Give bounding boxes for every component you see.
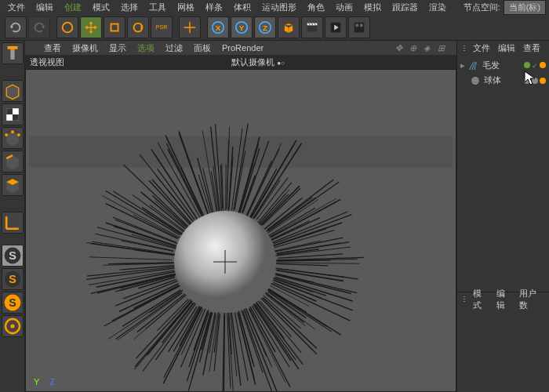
view-label: 透视视图 — [30, 56, 64, 68]
menu-select[interactable]: 选择 — [116, 0, 143, 15]
point-mode[interactable] — [2, 127, 24, 149]
cube-primitive[interactable] — [278, 16, 300, 38]
nodespace-area: 节点空间: 当前(标) — [460, 0, 549, 14]
edge-mode[interactable] — [2, 151, 24, 172]
nodespace-dropdown[interactable]: 当前(标) — [504, 0, 546, 15]
scale-tool[interactable] — [104, 16, 125, 38]
menu-tools[interactable]: 工具 — [144, 0, 171, 15]
vp-menu-view[interactable]: 查看 — [39, 41, 66, 56]
menu-spline[interactable]: 样条 — [201, 0, 227, 15]
menu-file[interactable]: 文件 — [3, 0, 30, 15]
svg-rect-15 — [10, 49, 14, 60]
tag-dot[interactable] — [540, 78, 546, 84]
play-button[interactable] — [325, 16, 347, 38]
attribute-area — [457, 306, 549, 392]
vp-menu-options[interactable]: 选项 — [133, 41, 159, 56]
clapboard-icon[interactable] — [301, 16, 323, 38]
vp-menu-display[interactable]: 显示 — [104, 41, 131, 56]
menu-create[interactable]: 创建 — [60, 0, 86, 15]
model-mode[interactable] — [2, 42, 24, 64]
svg-text:S: S — [9, 249, 16, 262]
svg-point-335 — [471, 77, 479, 85]
svg-line-197 — [226, 165, 227, 211]
svg-point-2 — [134, 23, 143, 31]
visibility-dot[interactable] — [524, 78, 530, 84]
scene-render — [26, 70, 456, 391]
check-icon[interactable]: ✓ — [532, 62, 538, 70]
svg-point-21 — [17, 133, 20, 136]
svg-rect-1 — [111, 24, 118, 31]
svg-rect-17 — [6, 108, 13, 114]
select-tool[interactable] — [56, 16, 78, 38]
texture-mode[interactable] — [2, 103, 24, 125]
vp-nav-icon2[interactable]: ⊕ — [409, 43, 419, 53]
menu-character[interactable]: 角色 — [303, 0, 329, 15]
undo-button[interactable] — [5, 16, 27, 38]
svg-rect-13 — [360, 24, 363, 27]
expand-icon[interactable]: ▸ — [460, 60, 465, 71]
object-mode[interactable] — [2, 80, 24, 102]
object-row-hair[interactable]: ▸ 毛发 ✓ — [460, 58, 546, 73]
visibility-dot[interactable] — [524, 62, 530, 68]
x-axis-button[interactable]: X — [207, 16, 229, 38]
vp-menu-filter[interactable]: 过滤 — [161, 41, 187, 56]
svg-rect-12 — [356, 24, 359, 27]
menu-animate[interactable]: 动画 — [331, 0, 358, 15]
snap-s1[interactable]: S — [2, 245, 24, 267]
rotate-tool[interactable] — [127, 16, 149, 38]
z-axis-button[interactable]: Z — [254, 16, 276, 38]
menu-edit[interactable]: 编辑 — [31, 0, 58, 15]
om-menubar: 文件 编辑 查看 — [457, 41, 549, 55]
axis-y-label: Y — [34, 377, 39, 387]
attribute-menubar: 模式 编辑 用户数 — [457, 292, 549, 306]
coord-tool[interactable] — [179, 16, 201, 38]
axis-mode[interactable] — [2, 212, 24, 234]
om-menu-view[interactable]: 查看 — [520, 41, 544, 56]
hamburger-icon[interactable] — [28, 44, 38, 53]
svg-point-20 — [5, 133, 8, 136]
menu-render[interactable]: 渲染 — [424, 0, 451, 15]
axis-z-label: Z — [49, 377, 55, 387]
object-name[interactable]: 毛发 — [482, 60, 500, 71]
workplane-tool[interactable] — [2, 315, 24, 337]
svg-point-0 — [63, 22, 73, 32]
move-tool[interactable] — [80, 16, 102, 38]
render-queue-icon[interactable] — [348, 16, 370, 38]
polygon-mode[interactable] — [2, 174, 24, 196]
snap-s2[interactable]: S — [2, 268, 24, 290]
viewport-canvas[interactable]: Y Z — [25, 69, 456, 392]
menu-tracker[interactable]: 跟踪器 — [387, 0, 423, 15]
psr-tool[interactable]: PSR — [151, 16, 173, 38]
snap-s3[interactable]: S — [2, 292, 24, 314]
svg-text:X: X — [216, 23, 221, 31]
object-name[interactable]: 球体 — [484, 74, 501, 86]
redo-button[interactable] — [28, 16, 50, 38]
svg-rect-14 — [8, 46, 18, 49]
vp-nav-icon1[interactable]: ✥ — [395, 43, 405, 53]
hamburger-icon[interactable] — [460, 44, 468, 53]
object-tree[interactable]: ▸ 毛发 ✓ 球体 — [457, 55, 549, 292]
menu-mode[interactable]: 模式 — [88, 0, 115, 15]
svg-point-19 — [11, 130, 14, 133]
object-row-sphere[interactable]: 球体 — [460, 73, 546, 88]
tag-dot[interactable] — [540, 62, 546, 68]
menu-volume[interactable]: 体积 — [229, 0, 256, 15]
vp-menu-panel[interactable]: 面板 — [189, 41, 216, 56]
vp-nav-icon3[interactable]: ◈ — [424, 43, 433, 53]
object-manager: 文件 编辑 查看 ▸ 毛发 ✓ 球体 模式 编辑 用户数 — [456, 41, 549, 392]
vp-menu-camera[interactable]: 摄像机 — [67, 41, 103, 56]
svg-rect-9 — [307, 24, 318, 31]
axis-gizmo: Y Z — [34, 377, 55, 387]
y-axis-button[interactable]: Y — [231, 16, 253, 38]
hamburger-icon[interactable] — [460, 295, 468, 303]
menu-simulate[interactable]: 模拟 — [359, 0, 386, 15]
vp-nav-icon4[interactable]: ⊞ — [438, 43, 447, 53]
om-menu-file[interactable]: 文件 — [470, 41, 493, 56]
left-toolbar: S S S — [0, 41, 25, 392]
menu-mesh[interactable]: 网格 — [173, 0, 199, 15]
main-toolbar: PSR X Y Z — [0, 14, 549, 41]
om-menu-edit[interactable]: 编辑 — [495, 41, 518, 56]
vp-menu-prorender[interactable]: ProRender — [217, 42, 268, 54]
menu-mograph[interactable]: 运动图形 — [257, 0, 301, 15]
render-dot[interactable] — [532, 78, 538, 84]
